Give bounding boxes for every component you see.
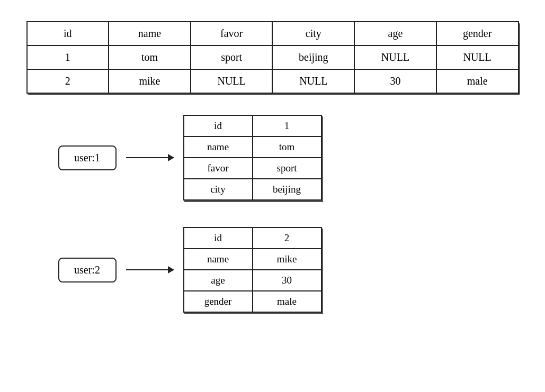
cards-section: user:1id1nametomfavorsportcitybeijinguse… xyxy=(26,115,519,313)
kv-field-0: id xyxy=(184,227,253,249)
page-container: idnamefavorcityagegender 1tomsportbeijin… xyxy=(5,11,540,392)
kv-value-1: mike xyxy=(253,249,321,270)
table-cell-r1-c3: NULL xyxy=(272,69,354,93)
kv-table-1: id2namemikeage30gendermale xyxy=(183,227,322,313)
kv-row: namemike xyxy=(184,249,321,270)
arrow-0 xyxy=(126,157,174,159)
table-cell-r0-c0: 1 xyxy=(27,45,109,69)
table-cell-r0-c5: NULL xyxy=(436,45,519,69)
kv-value-3: male xyxy=(253,291,321,312)
kv-row: favorsport xyxy=(184,158,321,179)
table-cell-r1-c5: male xyxy=(436,69,519,93)
table-cell-r1-c4: 30 xyxy=(354,69,436,93)
kv-value-2: 30 xyxy=(253,270,321,291)
kv-field-0: id xyxy=(184,115,253,136)
main-table-header-city: city xyxy=(272,22,354,45)
kv-row: citybeijing xyxy=(184,179,321,200)
arrow-line-1 xyxy=(126,269,174,271)
table-cell-r0-c3: beijing xyxy=(272,45,354,69)
kv-field-1: name xyxy=(184,249,253,270)
table-row: 1tomsportbeijingNULLNULL xyxy=(27,45,519,69)
table-cell-r0-c1: tom xyxy=(109,45,191,69)
main-table: idnamefavorcityagegender 1tomsportbeijin… xyxy=(26,21,519,94)
main-table-header-gender: gender xyxy=(436,22,519,45)
kv-field-2: age xyxy=(184,270,253,291)
table-cell-r1-c2: NULL xyxy=(191,69,273,93)
kv-row: gendermale xyxy=(184,291,321,312)
card-row-0: user:1id1nametomfavorsportcitybeijing xyxy=(58,115,322,200)
table-cell-r0-c2: sport xyxy=(191,45,273,69)
kv-row: age30 xyxy=(184,270,321,291)
table-cell-r0-c4: NULL xyxy=(354,45,436,69)
main-table-header-favor: favor xyxy=(191,22,273,45)
main-table-header-age: age xyxy=(354,22,436,45)
key-box-0: user:1 xyxy=(58,145,117,170)
kv-value-0: 2 xyxy=(253,227,321,249)
kv-row: nametom xyxy=(184,136,321,158)
kv-row: id2 xyxy=(184,227,321,249)
key-box-1: user:2 xyxy=(58,258,117,282)
table-cell-r1-c1: mike xyxy=(109,69,191,93)
main-table-header-id: id xyxy=(27,22,109,45)
kv-value-0: 1 xyxy=(253,115,321,136)
kv-field-3: city xyxy=(184,179,253,200)
kv-table-0: id1nametomfavorsportcitybeijing xyxy=(183,115,322,200)
arrow-line-0 xyxy=(126,157,174,159)
kv-row: id1 xyxy=(184,115,321,136)
arrow-1 xyxy=(126,269,174,271)
table-cell-r1-c0: 2 xyxy=(27,69,109,93)
kv-field-2: favor xyxy=(184,158,253,179)
kv-field-3: gender xyxy=(184,291,253,312)
kv-field-1: name xyxy=(184,136,253,158)
kv-value-1: tom xyxy=(253,136,321,158)
kv-value-3: beijing xyxy=(253,179,321,200)
main-table-header-name: name xyxy=(109,22,191,45)
card-row-1: user:2id2namemikeage30gendermale xyxy=(58,227,322,313)
table-row: 2mikeNULLNULL30male xyxy=(27,69,519,93)
kv-value-2: sport xyxy=(253,158,321,179)
